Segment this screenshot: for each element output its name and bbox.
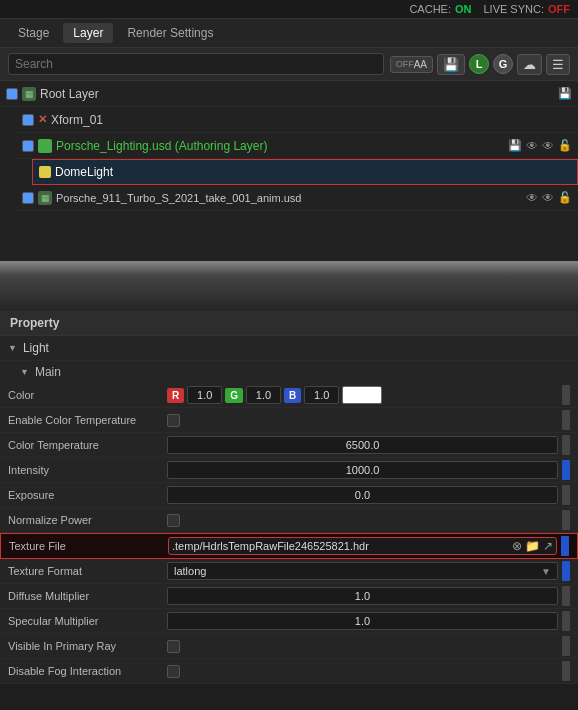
- main-subsection-header[interactable]: ▼ Main: [0, 360, 578, 383]
- texture-file-input[interactable]: [172, 540, 509, 552]
- texture-format-dropdown[interactable]: latlong ▼: [167, 562, 558, 580]
- disable-fog-indicator: [562, 661, 570, 681]
- normalize-power-value: [167, 514, 558, 527]
- r-button[interactable]: R: [167, 388, 184, 403]
- anim-actions: 👁 👁 🔓: [526, 191, 572, 205]
- g-color-button[interactable]: G: [225, 388, 243, 403]
- texture-file-container: ⊗ 📁 ↗: [168, 537, 557, 555]
- prop-specular-multiplier: Specular Multiplier: [0, 609, 578, 634]
- dome-icon: [39, 166, 51, 178]
- g-button[interactable]: G: [493, 54, 513, 74]
- texture-file-indicator: [561, 536, 569, 556]
- layer-tree: ▦ Root Layer 💾 ✕ Xform_01 Porsche_Lighti…: [0, 81, 578, 261]
- enable-color-temp-checkbox[interactable]: [167, 414, 180, 427]
- disable-fog-checkbox[interactable]: [167, 665, 180, 678]
- texture-folder-icon[interactable]: 📁: [525, 539, 540, 553]
- property-title: Property: [10, 316, 59, 330]
- aa-button[interactable]: OFF AA: [390, 56, 433, 73]
- lighting-label: Porsche_Lighting.usd (Authoring Layer): [56, 139, 504, 153]
- layer-row-root[interactable]: ▦ Root Layer 💾: [0, 81, 578, 107]
- light-section-header[interactable]: ▼ Light: [0, 336, 578, 360]
- anim-eye-open-icon[interactable]: 👁: [526, 191, 538, 205]
- exposure-input[interactable]: [167, 486, 558, 504]
- tab-stage[interactable]: Stage: [8, 23, 59, 43]
- menu-button[interactable]: ☰: [546, 54, 570, 75]
- normalize-power-label: Normalize Power: [8, 514, 163, 526]
- prop-texture-file: Texture File ⊗ 📁 ↗: [0, 533, 578, 559]
- lighting-actions: 💾 👁 👁 🔓: [508, 139, 572, 153]
- color-temp-indicator: [562, 435, 570, 455]
- livesync-label: LIVE SYNC:: [483, 3, 544, 15]
- xform-checkbox[interactable]: [22, 114, 34, 126]
- color-temp-label: Color Temperature: [8, 439, 163, 451]
- xform-label: Xform_01: [51, 113, 572, 127]
- anim-eye-icon[interactable]: 👁: [542, 191, 554, 205]
- l-button[interactable]: L: [469, 54, 489, 74]
- lighting-checkbox[interactable]: [22, 140, 34, 152]
- exposure-value: [167, 486, 558, 504]
- root-stack-icon: ▦: [22, 87, 36, 101]
- color-temp-input[interactable]: [167, 436, 558, 454]
- visible-primary-ray-indicator: [562, 636, 570, 656]
- normalize-power-checkbox[interactable]: [167, 514, 180, 527]
- disable-fog-value: [167, 665, 558, 678]
- color-swatch[interactable]: [342, 386, 382, 404]
- prop-intensity: Intensity: [0, 458, 578, 483]
- intensity-input[interactable]: [167, 461, 558, 479]
- color-indicator: [562, 385, 570, 405]
- specular-multiplier-input[interactable]: [167, 612, 558, 630]
- root-layer-label: Root Layer: [40, 87, 554, 101]
- anim-stack-icon: ▦: [38, 191, 52, 205]
- layer-row-lighting[interactable]: Porsche_Lighting.usd (Authoring Layer) 💾…: [16, 133, 578, 159]
- exposure-indicator: [562, 485, 570, 505]
- color-temp-value: [167, 436, 558, 454]
- light-collapse-icon: ▼: [8, 343, 17, 353]
- tab-layer[interactable]: Layer: [63, 23, 113, 43]
- root-save-icon[interactable]: 💾: [558, 87, 572, 100]
- anim-checkbox[interactable]: [22, 192, 34, 204]
- diffuse-multiplier-label: Diffuse Multiplier: [8, 590, 163, 602]
- property-panel: Property ▼ Light ▼ Main Color R G B Enab…: [0, 311, 578, 684]
- search-bar: OFF AA 💾 L G ☁ ☰: [0, 48, 578, 81]
- r-input[interactable]: [187, 386, 222, 404]
- b-input[interactable]: [304, 386, 339, 404]
- search-input[interactable]: [8, 53, 384, 75]
- status-bar: CACHE: ON LIVE SYNC: OFF: [0, 0, 578, 19]
- visible-primary-ray-checkbox[interactable]: [167, 640, 180, 653]
- light-label: Light: [23, 341, 49, 355]
- search-icons: OFF AA 💾 L G ☁ ☰: [390, 54, 570, 75]
- diffuse-multiplier-input[interactable]: [167, 587, 558, 605]
- tab-bar: Stage Layer Render Settings: [0, 19, 578, 48]
- texture-format-label: Texture Format: [8, 565, 163, 577]
- cache-status: CACHE: ON: [409, 3, 471, 15]
- visible-primary-ray-value: [167, 640, 558, 653]
- intensity-indicator: [562, 460, 570, 480]
- cloud-button[interactable]: ☁: [517, 54, 542, 75]
- root-checkbox[interactable]: [6, 88, 18, 100]
- save-layer-button[interactable]: 💾: [437, 54, 465, 75]
- enable-color-temp-value: [167, 414, 558, 427]
- texture-export-icon[interactable]: ↗: [543, 539, 553, 553]
- livesync-value: OFF: [548, 3, 570, 15]
- exposure-label: Exposure: [8, 489, 163, 501]
- normalize-power-indicator: [562, 510, 570, 530]
- prop-texture-format: Texture Format latlong ▼: [0, 559, 578, 584]
- lighting-eye-open-icon[interactable]: 👁: [526, 139, 538, 153]
- layer-row-xform[interactable]: ✕ Xform_01: [16, 107, 578, 133]
- lighting-eye-icon[interactable]: 👁: [542, 139, 554, 153]
- prop-normalize-power: Normalize Power: [0, 508, 578, 533]
- prop-visible-primary-ray: Visible In Primary Ray: [0, 634, 578, 659]
- lighting-stack-icon: [38, 139, 52, 153]
- color-label: Color: [8, 389, 163, 401]
- prop-color-temp: Color Temperature: [0, 433, 578, 458]
- texture-clear-icon[interactable]: ⊗: [512, 539, 522, 553]
- tab-render[interactable]: Render Settings: [117, 23, 223, 43]
- layer-row-anim[interactable]: ▦ Porsche_911_Turbo_S_2021_take_001_anim…: [16, 185, 578, 211]
- main-collapse-icon: ▼: [20, 367, 29, 377]
- b-button[interactable]: B: [284, 388, 301, 403]
- lighting-lock-icon[interactable]: 🔓: [558, 139, 572, 152]
- layer-row-domelight[interactable]: DomeLight: [32, 159, 578, 185]
- anim-lock-icon[interactable]: 🔓: [558, 191, 572, 204]
- g-input[interactable]: [246, 386, 281, 404]
- lighting-save-icon[interactable]: 💾: [508, 139, 522, 152]
